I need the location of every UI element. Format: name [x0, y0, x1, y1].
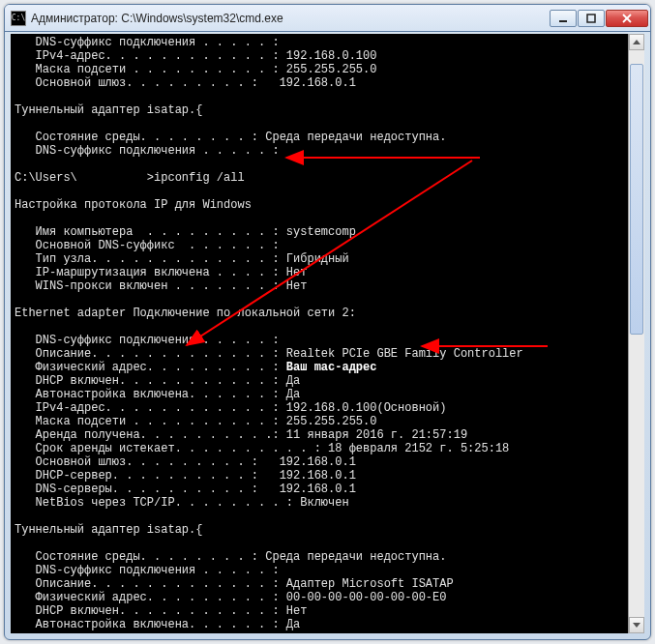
scrollbar-vertical[interactable] — [628, 34, 644, 633]
svg-marker-9 — [633, 623, 640, 628]
console-area[interactable]: DNS-суффикс подключения . . . . . : IPv4… — [11, 34, 644, 633]
svg-marker-8 — [633, 40, 640, 44]
scrollbar-up-button[interactable] — [629, 34, 644, 50]
scrollbar-track[interactable] — [629, 50, 644, 617]
cmd-icon: C:\ — [11, 11, 26, 26]
cmd-window: C:\ Администратор: C:\Windows\system32\c… — [4, 4, 651, 640]
titlebar[interactable]: C:\ Администратор: C:\Windows\system32\c… — [5, 5, 650, 32]
minimize-button[interactable] — [550, 10, 577, 27]
console-output: DNS-суффикс подключения . . . . . : IPv4… — [11, 34, 644, 633]
scrollbar-down-button[interactable] — [629, 617, 644, 633]
close-button[interactable] — [606, 10, 648, 27]
maximize-button[interactable] — [578, 10, 605, 27]
scrollbar-thumb[interactable] — [630, 64, 643, 335]
window-title: Администратор: C:\Windows\system32\cmd.e… — [31, 12, 549, 25]
window-controls — [549, 10, 648, 27]
svg-rect-1 — [587, 15, 595, 22]
